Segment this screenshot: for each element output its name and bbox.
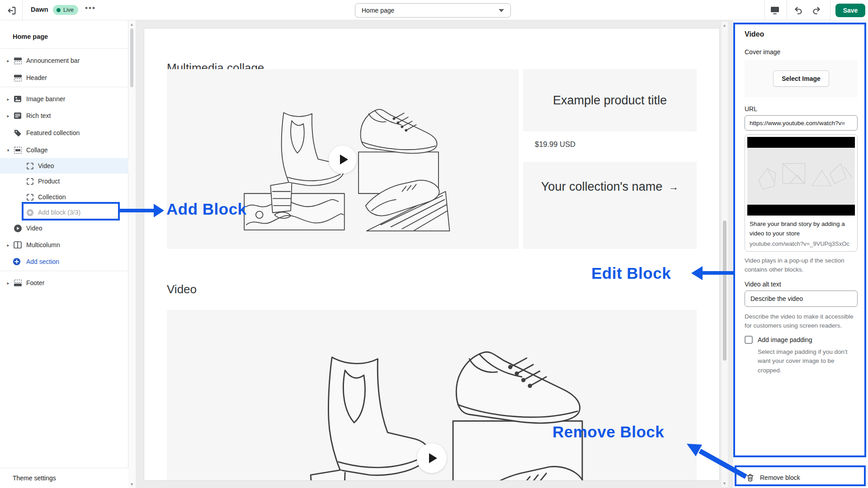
collage-collection-card[interactable]: Your collection's name → [523, 162, 697, 249]
live-status-badge: Live [53, 5, 78, 15]
sidebar-item-product-block[interactable]: Product [0, 174, 128, 189]
image-banner-icon [13, 94, 22, 103]
device-preview-button[interactable] [769, 5, 781, 16]
url-label: URL [745, 105, 757, 113]
top-bar: Dawn Live ••• Home page Save [0, 0, 868, 20]
sections-sidebar: Home page ▸ Announcement bar Header ▸ Im… [0, 20, 128, 488]
chevron-down-icon [499, 9, 504, 12]
sidebar-item-image-banner[interactable]: ▸ Image banner [0, 91, 128, 107]
sidebar-item-collage[interactable]: ▾ Collage [0, 142, 128, 158]
play-icon [429, 453, 437, 463]
exit-icon [7, 6, 16, 15]
sidebar-item-announcement-bar[interactable]: ▸ Announcement bar [0, 53, 128, 68]
collection-name: Your collection's name [541, 180, 662, 194]
video-link: youtube.com/watch?v=_9VUPq3SxOc [750, 240, 854, 247]
exit-editor-button[interactable] [5, 5, 17, 16]
save-button[interactable]: Save [835, 4, 865, 17]
divider [22, 0, 23, 20]
divider [0, 271, 128, 271]
theme-preview-page[interactable]: Multimedia collage Example product title… [144, 28, 720, 481]
featured-collection-icon [13, 128, 22, 137]
video-preview-card[interactable]: Share your brand story by adding a video… [745, 134, 858, 252]
plus-circle-blue-icon [12, 257, 21, 266]
divider [764, 0, 765, 20]
sidebar-item-multicolumn[interactable]: ▸ Multicolumn [0, 237, 128, 253]
sidebar-item-featured-collection[interactable]: Featured collection [0, 125, 128, 141]
scrollbar-thumb[interactable] [723, 221, 726, 361]
divider [0, 48, 128, 49]
sidebar-item-video-section[interactable]: Video [0, 221, 128, 236]
add-image-padding-checkbox[interactable] [745, 336, 753, 344]
sidebar-item-add-block[interactable]: Add block (3/3) [0, 205, 128, 220]
rich-text-icon [13, 111, 22, 120]
theme-settings-button[interactable]: Theme settings [0, 468, 128, 488]
caret-right-icon[interactable]: ▸ [5, 243, 11, 248]
scrollbar-thumb[interactable] [130, 28, 133, 87]
undo-button[interactable] [793, 5, 804, 16]
play-circle-icon [13, 224, 22, 233]
video-section-heading: Video [167, 282, 197, 296]
scroll-down-icon[interactable]: ▼ [722, 481, 726, 486]
redo-button[interactable] [811, 5, 822, 16]
sidebar-scrollbar[interactable]: ▲ ▼ [128, 20, 136, 488]
scroll-up-icon[interactable]: ▲ [130, 22, 134, 27]
divider [787, 0, 787, 20]
undo-icon [793, 5, 803, 15]
caret-down-icon[interactable]: ▾ [5, 148, 11, 153]
alt-help-text: Describe the video to make it accessible… [745, 312, 859, 331]
collage-play-button[interactable] [329, 145, 357, 174]
padding-help-text: Select image padding if you don't want y… [758, 347, 848, 375]
sidebar-item-rich-text[interactable]: ▸ Rich text [0, 108, 128, 123]
video-thumbnail [747, 137, 855, 216]
redo-icon [811, 5, 821, 15]
cover-image-dropzone[interactable]: Select Image [745, 60, 858, 97]
live-dot-icon [57, 8, 61, 12]
cover-image-label: Cover image [745, 48, 780, 56]
scroll-down-icon[interactable]: ▼ [130, 482, 134, 487]
arrow-right-icon: → [669, 181, 679, 193]
block-brackets-icon [25, 161, 34, 170]
sidebar-title: Home page [13, 33, 48, 40]
video-alt-input[interactable] [745, 291, 858, 307]
video-play-button[interactable] [417, 443, 447, 473]
caret-right-icon[interactable]: ▸ [5, 281, 11, 286]
sidebar-item-video-block[interactable]: Video [0, 158, 128, 174]
collage-product-card[interactable]: Example product title [523, 69, 697, 131]
video-alt-label: Video alt text [745, 281, 781, 288]
sidebar-item-header[interactable]: Header [0, 70, 128, 85]
panel-title: Video [745, 30, 858, 38]
caret-right-icon[interactable]: ▸ [5, 58, 11, 63]
block-settings-panel: Video Cover image Select Image URL Share… [732, 20, 868, 488]
remove-block-button[interactable]: Remove block [733, 466, 868, 488]
block-brackets-icon [25, 192, 34, 202]
url-input[interactable] [745, 115, 858, 131]
page-selector-dropdown[interactable]: Home page [355, 3, 511, 18]
product-price: $19.99 USD [523, 131, 697, 157]
add-image-padding-row[interactable]: Add image padding [745, 336, 812, 344]
sidebar-item-collection-block[interactable]: Collection [0, 189, 128, 205]
plus-circle-icon [25, 208, 34, 217]
scroll-up-icon[interactable]: ▲ [722, 23, 726, 28]
theme-name: Dawn [31, 6, 48, 13]
more-actions-button[interactable]: ••• [85, 4, 96, 13]
caret-right-icon[interactable]: ▸ [5, 113, 11, 118]
caret-right-icon[interactable]: ▸ [5, 97, 11, 102]
video-thumbnail-shapes [747, 148, 855, 205]
collage-icon [13, 145, 22, 155]
video-caption: Share your brand story by adding a video… [750, 220, 853, 239]
sidebar-item-add-section[interactable]: Add section [0, 254, 128, 269]
page-selector-value: Home page [362, 7, 394, 14]
divider [830, 0, 830, 20]
select-image-button[interactable]: Select Image [773, 70, 829, 87]
block-brackets-icon [25, 177, 34, 186]
announcement-bar-icon [13, 56, 22, 65]
popup-help-text: Video plays in a pop-up if the section c… [745, 256, 859, 275]
play-icon [340, 155, 348, 164]
divider [0, 87, 128, 87]
sidebar-item-footer[interactable]: ▸ Footer [0, 275, 128, 291]
product-title: Example product title [553, 94, 667, 108]
monitor-icon [770, 6, 780, 15]
header-icon [13, 73, 22, 82]
preview-scrollbar[interactable]: ▲ ▼ [722, 22, 728, 487]
add-image-padding-label: Add image padding [758, 336, 812, 343]
